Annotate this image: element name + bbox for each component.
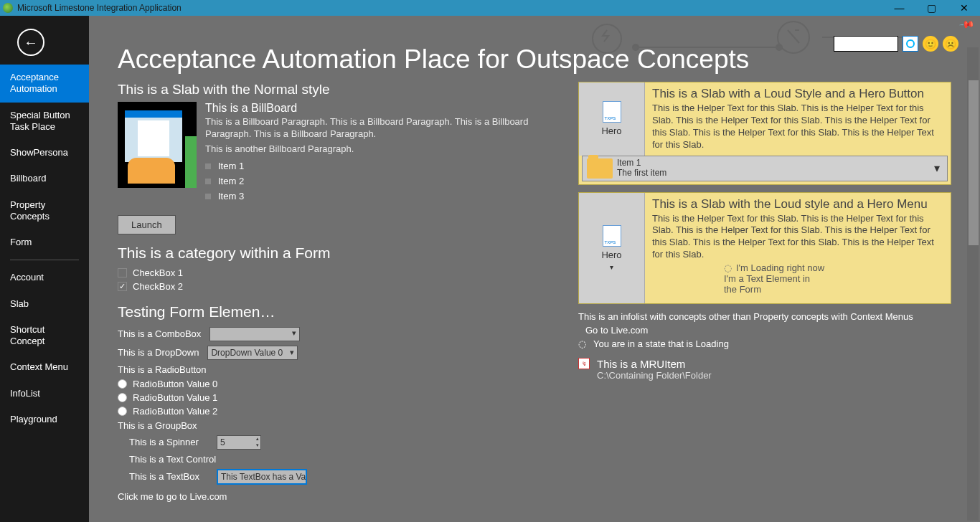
radio-0[interactable] [118,379,127,389]
loading-text: I'm Loading right now [736,262,824,273]
title-bar: Microsoft Limestone Integration Applicat… [0,0,980,16]
list-item[interactable]: Item 2 [205,174,552,189]
radio-1-label: RadioButton Value 1 [133,392,217,403]
groupbox-label: This is a GroupBox [118,420,197,431]
nav-billboard[interactable]: Billboard [0,166,89,191]
billboard-paragraph-1: This is a Billboard Paragraph. This is a… [205,116,552,141]
checkbox-2-label: CheckBox 2 [133,281,183,292]
launch-button[interactable]: Launch [118,215,176,234]
go-live-link[interactable]: Go to Live.com [585,325,951,336]
nav-playground[interactable]: Playground [0,407,89,432]
folder-icon [587,158,613,179]
minimize-button[interactable]: — [883,0,915,16]
slab1-helper: This is the Helper Text for this Slab. T… [652,103,943,151]
dropdown[interactable]: DropDown Value 0 [207,346,298,360]
checkbox-1-label: CheckBox 1 [133,267,183,278]
nav-account[interactable]: Account [0,265,89,290]
item-dropdown[interactable]: Item 1The first item ▾ [582,156,948,181]
mru-title: This is a MRUItem [597,358,712,370]
maximize-button[interactable]: ▢ [915,0,948,16]
scrollbar-thumb[interactable] [969,80,979,245]
live-link[interactable]: Click me to go to Live.com [118,491,552,502]
content-area: 📌 🙂 ☹️ Acceptance Automation Place for O… [89,16,980,522]
chevron-down-icon: ▾ [610,263,613,271]
list-item[interactable]: Item 3 [205,189,552,204]
slab2-heading: This is a Slab with the Loud style and a… [652,197,943,212]
billboard-heading: This is a BillBoard [205,102,552,115]
loading-spinner-icon: ◌ [724,262,732,273]
nav-separator [10,260,79,260]
billboard-image [118,102,197,188]
radio-2-label: RadioButton Value 2 [133,406,217,417]
billboard-paragraph-2: This is another Billboard Paragraph. [205,143,552,156]
checkbox-2[interactable] [118,282,127,291]
spinner-label: This is a Spinner [129,437,208,447]
textbox-label: This is a TextBox [129,471,208,482]
checkbox-1[interactable] [118,268,127,277]
sidebar: ← Acceptance Automation Special Button T… [0,16,89,522]
nav-infolist[interactable]: InfoList [0,381,89,407]
item1-sub: The first item [617,169,666,179]
nav-acceptance-automation[interactable]: Acceptance Automation [0,65,89,103]
radio-0-label: RadioButton Value 0 [133,379,217,389]
nav-context-menu[interactable]: Context Menu [0,354,89,380]
radio-2[interactable] [118,407,127,416]
close-button[interactable]: ✕ [948,0,980,16]
infolist-label: This is an infolist with concepts other … [578,311,951,322]
page-title: Acceptance Automation Place for Outspace… [118,44,749,75]
mru-icon: ↯ [578,358,590,369]
testing-title: Testing Form Elemen… [118,303,552,321]
chevron-down-icon: ▾ [927,161,947,175]
dropdown-label: This is a DropDown [118,347,199,358]
nav-special-button-task-place[interactable]: Special Button Task Place [0,103,89,141]
slab-loud-hero-menu: Hero▾ This is a Slab with the Loud style… [578,192,951,305]
item1-title: Item 1 [617,158,666,169]
nav-form[interactable]: Form [0,229,89,255]
hero-button[interactable]: Hero [579,82,645,156]
nav-property-concepts[interactable]: Property Concepts [0,192,89,230]
hero-icon [603,101,621,123]
loading-spinner-icon: ◌ [578,338,586,349]
textbox[interactable]: This TextBox has a Va… [217,469,307,485]
nav-slab[interactable]: Slab [0,291,89,317]
textcontrol-label: This is a Text Control [129,454,216,465]
hero-menu[interactable]: Hero▾ [579,193,645,304]
nav-shortcut-concept[interactable]: Shortcut Concept [0,317,89,355]
combobox-label: This is a ComboBox [118,328,201,339]
hero-icon [603,225,621,247]
nav-showpersona[interactable]: ShowPersona [0,140,89,166]
category-title: This is a category within a Form [118,245,552,262]
mru-item[interactable]: ↯ This is a MRUItem C:\Containing Folder… [578,358,951,381]
combobox[interactable] [209,327,300,341]
text-element: I'm a Text Element in the Form [724,273,824,295]
window-title: Microsoft Limestone Integration Applicat… [17,3,182,13]
back-button[interactable]: ← [17,29,44,56]
radio-group-label: This is a RadioButton [118,364,207,375]
app-icon [3,3,13,13]
slab2-helper: This is the Helper Text for this Slab. T… [652,213,943,262]
state-text: You are in a state that is Loading [593,338,729,349]
slab1-heading: This is a Slab with a Loud Style and a H… [652,87,943,101]
slab-loud-hero-button: Hero This is a Slab with a Loud Style an… [578,82,951,185]
spinner[interactable]: 5 [217,435,261,450]
billboard-list: Item 1 Item 2 Item 3 [205,158,552,204]
mru-path: C:\Containing Folder\Folder [597,370,712,381]
normal-slab-title: This is a Slab with the Normal style [118,82,552,98]
radio-1[interactable] [118,393,127,402]
list-item[interactable]: Item 1 [205,158,552,174]
